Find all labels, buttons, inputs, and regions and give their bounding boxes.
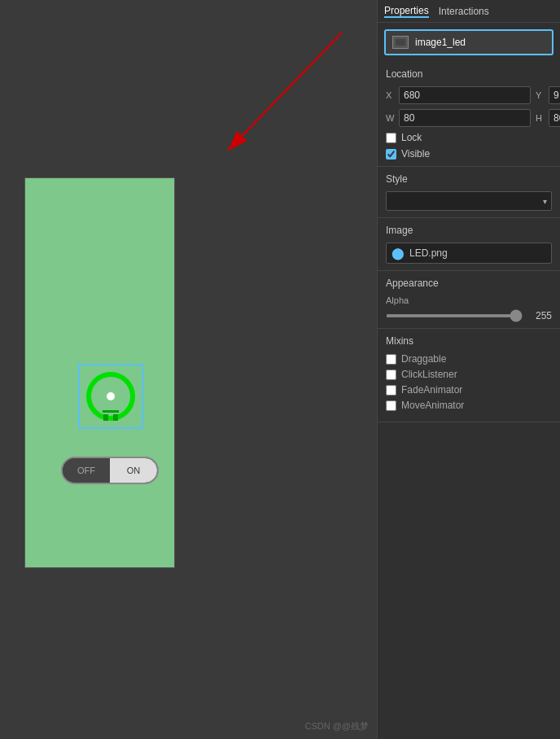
draggable-label: Draggable — [401, 353, 446, 365]
h-coord-row: H — [536, 109, 560, 127]
watermark: CSDN @@残梦 — [304, 720, 369, 732]
mixin-draggable: Draggable — [386, 353, 552, 365]
image-filename: LED.png — [409, 247, 448, 259]
y-label: Y — [536, 90, 545, 100]
fadeanimator-checkbox[interactable] — [386, 385, 396, 396]
lock-label: Lock — [401, 132, 422, 143]
image-field[interactable]: ⬤ LED.png — [386, 243, 552, 264]
lock-checkbox[interactable] — [386, 133, 396, 143]
canvas-area: OFF ON CSDN @@残梦 — [0, 0, 377, 739]
red-arrow — [163, 24, 366, 171]
w-input[interactable] — [399, 109, 531, 127]
visible-row: Visible — [386, 148, 552, 160]
location-title: Location — [386, 68, 552, 80]
fadeanimator-label: FadeAnimator — [401, 384, 462, 396]
tab-interactions[interactable]: Interactions — [439, 6, 489, 17]
x-coord-row: X — [386, 86, 531, 104]
alpha-slider[interactable] — [386, 314, 523, 317]
w-coord-row: W — [386, 109, 531, 127]
tab-properties[interactable]: Properties — [384, 5, 429, 18]
moveanimator-checkbox[interactable] — [386, 400, 396, 411]
toggle-on-label[interactable]: ON — [110, 458, 157, 483]
style-section: Style ▾ — [378, 167, 560, 218]
component-selector[interactable]: image1_led — [384, 29, 553, 55]
led-stem — [103, 410, 119, 413]
alpha-value: 255 — [529, 310, 552, 321]
led-foot-right — [113, 414, 118, 421]
location-section: Location X Y W H Lock Vis — [378, 62, 560, 167]
h-input[interactable] — [549, 109, 560, 127]
appearance-section: Appearance Alpha 255 — [378, 271, 560, 329]
moveanimator-label: MoveAnimator — [401, 400, 464, 411]
led-image-icon: ⬤ — [392, 247, 405, 260]
style-title: Style — [386, 173, 552, 185]
appearance-title: Appearance — [386, 278, 552, 289]
x-input[interactable] — [399, 86, 531, 104]
component-name-label: image1_led — [415, 37, 466, 48]
panel-header: Properties Interactions — [378, 0, 560, 23]
w-label: W — [386, 113, 396, 123]
svg-rect-3 — [396, 39, 405, 46]
h-label: H — [536, 113, 545, 123]
led-feet — [103, 414, 118, 421]
properties-panel: Properties Interactions image1_led Locat… — [377, 0, 560, 739]
location-grid: X Y W H — [386, 86, 552, 127]
phone-screen: OFF ON — [24, 177, 175, 568]
led-base — [103, 410, 119, 421]
led-foot-left — [103, 414, 108, 421]
image-section: Image ⬤ LED.png — [378, 218, 560, 271]
mixins-section: Mixins Draggable ClickListener FadeAnima… — [378, 329, 560, 422]
y-input[interactable] — [549, 86, 560, 104]
visible-label: Visible — [401, 148, 430, 160]
mixin-fadeanimator: FadeAnimator — [386, 384, 552, 396]
led-widget[interactable] — [78, 364, 143, 429]
alpha-label: Alpha — [386, 295, 552, 305]
led-inner-dot — [107, 392, 115, 400]
y-coord-row: Y — [536, 86, 560, 104]
style-dropdown-wrapper: ▾ — [386, 191, 552, 211]
toggle-off-label[interactable]: OFF — [63, 458, 110, 483]
clicklistener-label: ClickListener — [401, 369, 457, 380]
clicklistener-checkbox[interactable] — [386, 370, 396, 380]
draggable-checkbox[interactable] — [386, 354, 396, 365]
component-thumbnail-icon — [392, 36, 409, 49]
mixins-title: Mixins — [386, 335, 552, 347]
toggle-switch[interactable]: OFF ON — [61, 457, 159, 484]
visible-checkbox[interactable] — [386, 149, 396, 160]
style-dropdown[interactable] — [386, 191, 552, 211]
svg-line-1 — [228, 33, 342, 151]
mixin-clicklistener: ClickListener — [386, 369, 552, 380]
x-label: X — [386, 90, 396, 100]
image-title: Image — [386, 225, 552, 236]
lock-row: Lock — [386, 132, 552, 143]
mixin-moveanimator: MoveAnimator — [386, 400, 552, 411]
alpha-slider-row: 255 — [386, 310, 552, 321]
